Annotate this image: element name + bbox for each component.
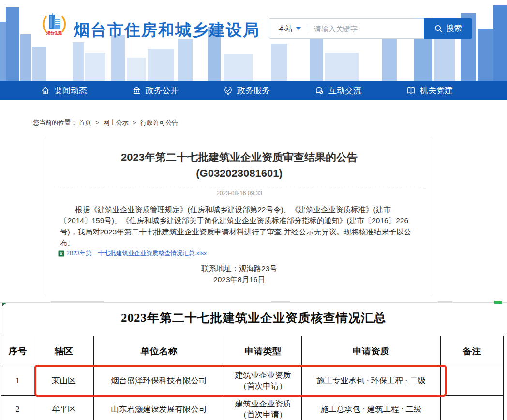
main-nav: 要闻动态 政务公开 政务服务 互动交流 机关党建	[0, 81, 507, 100]
title-divider	[54, 187, 424, 187]
breadcrumb-home[interactable]: 首页	[79, 119, 91, 126]
cell-qualification: 施工专业承包 · 环保工程 · 二级	[302, 366, 441, 396]
book-icon	[406, 86, 416, 95]
col-header-company: 单位名称	[94, 336, 224, 366]
sheet-title: 2023年第二十七批建筑业企业资质核查情况汇总	[0, 310, 507, 326]
search-button[interactable]: 搜索	[424, 18, 472, 39]
nav-label: 政务公开	[146, 85, 179, 96]
col-header-remark: 备注	[441, 336, 504, 366]
nav-label: 政务服务	[237, 85, 270, 96]
article-title-line2: (G032023081601)	[66, 165, 413, 181]
cell-apply-type: 建筑业企业资质（首次申请）	[224, 366, 302, 396]
article-datetime: 2023-08-16 09:33	[46, 190, 432, 197]
cell-apply-type: 建筑业企业资质（首次申请）	[224, 396, 302, 420]
breadcrumb: 您当前的位置： 首页 > 网上公示 > 行政许可公告	[33, 118, 178, 127]
search-box: 本站 搜索	[269, 18, 472, 39]
col-header-district: 辖区	[34, 336, 94, 366]
cell-remark	[441, 396, 504, 420]
article-card: 2023年第二十七批建筑业企业资质审查结果的公告 (G032023081601)…	[46, 137, 432, 296]
nav-item-interaction[interactable]: 互动交流	[315, 85, 406, 96]
article-title: 2023年第二十七批建筑业企业资质审查结果的公告 (G032023081601)	[46, 149, 432, 181]
site-title: 烟台市住房和城乡建设局	[74, 19, 260, 41]
cell-district: 牟平区	[34, 396, 94, 420]
attachment-link[interactable]: X 2023年第二十七批建筑业企业资质核查情况汇总.xlsx	[58, 249, 432, 258]
cell-remark	[441, 366, 504, 396]
nav-label: 互动交流	[328, 85, 361, 96]
article-body: 根据《建筑业企业资质管理规定》(住房和城乡建设部第22号令)、《建筑业企业资质标…	[60, 204, 418, 248]
sheet-column-tick	[271, 301, 290, 302]
nav-label: 要闻动态	[54, 85, 87, 96]
chevron-down-icon	[296, 27, 301, 30]
site-logo[interactable]: 烟台住建	[41, 11, 68, 38]
service-icon	[224, 86, 233, 95]
contact-address: 联系地址：观海路23号	[46, 264, 432, 274]
search-scope-label: 本站	[278, 24, 293, 33]
breadcrumb-public[interactable]: 网上公示	[103, 119, 128, 126]
cell-company: 山东君灏建设发展有限公司	[94, 396, 224, 420]
sign-date: 2023年8月16日	[46, 275, 432, 285]
chat-icon	[315, 86, 324, 95]
col-header-qualification: 申请资质	[302, 336, 441, 366]
attachment-label: 2023年第二十七批建筑业企业资质核查情况汇总.xlsx	[66, 249, 207, 258]
cell-seq: 2	[1, 396, 34, 420]
page-header: 烟台住建 烟台市住房和城乡建设局 本站 搜索	[0, 0, 507, 81]
cell-qualification: 施工总承包 · 建筑工程 · 二级	[302, 396, 441, 420]
excel-selection-handle	[494, 301, 502, 304]
col-header-apply-type: 申请类型	[224, 336, 302, 366]
search-scope-select[interactable]: 本站	[269, 24, 308, 33]
nav-item-gov-info[interactable]: 政务公开	[132, 85, 224, 96]
sheet-top-border	[0, 302, 507, 303]
sheet-column-tick	[438, 301, 452, 302]
home-icon	[41, 86, 50, 95]
nav-item-news[interactable]: 要闻动态	[41, 85, 132, 96]
article-title-line1: 2023年第二十七批建筑业企业资质审查结果的公告	[66, 149, 413, 165]
cell-company: 烟台盛泽环保科技有限公司	[94, 366, 224, 396]
search-input[interactable]	[308, 25, 424, 33]
summary-sheet: 2023年第二十七批建筑业企业资质核查情况汇总 序号 辖区 单位名称 申请类型 …	[0, 299, 507, 420]
col-header-seq: 序号	[1, 336, 34, 366]
logo-text: 烟台住建	[46, 30, 62, 35]
breadcrumb-license[interactable]: 行政许可公告	[140, 119, 178, 126]
table-header-row: 序号 辖区 单位名称 申请类型 申请资质 备注	[1, 336, 504, 366]
sheet-column-tick	[51, 301, 104, 302]
qualification-table: 序号 辖区 单位名称 申请类型 申请资质 备注 1 莱山区 烟台盛泽环保科技有限…	[1, 336, 504, 420]
search-button-label: 搜索	[447, 24, 462, 34]
table-row: 2 牟平区 山东君灏建设发展有限公司 建筑业企业资质（首次申请） 施工总承包 ·…	[1, 396, 504, 420]
table-row: 1 莱山区 烟台盛泽环保科技有限公司 建筑业企业资质（首次申请） 施工专业承包 …	[1, 366, 504, 396]
cell-district: 莱山区	[34, 366, 94, 396]
nav-item-gov-service[interactable]: 政务服务	[224, 85, 315, 96]
excel-selection-corner	[2, 303, 6, 306]
nav-item-party[interactable]: 机关党建	[406, 85, 498, 96]
cell-seq: 1	[1, 366, 34, 396]
excel-icon: X	[58, 250, 64, 257]
search-icon	[434, 25, 443, 33]
bank-icon	[132, 86, 141, 95]
breadcrumb-prefix: 您当前的位置：	[33, 119, 77, 126]
nav-label: 机关党建	[420, 85, 453, 96]
